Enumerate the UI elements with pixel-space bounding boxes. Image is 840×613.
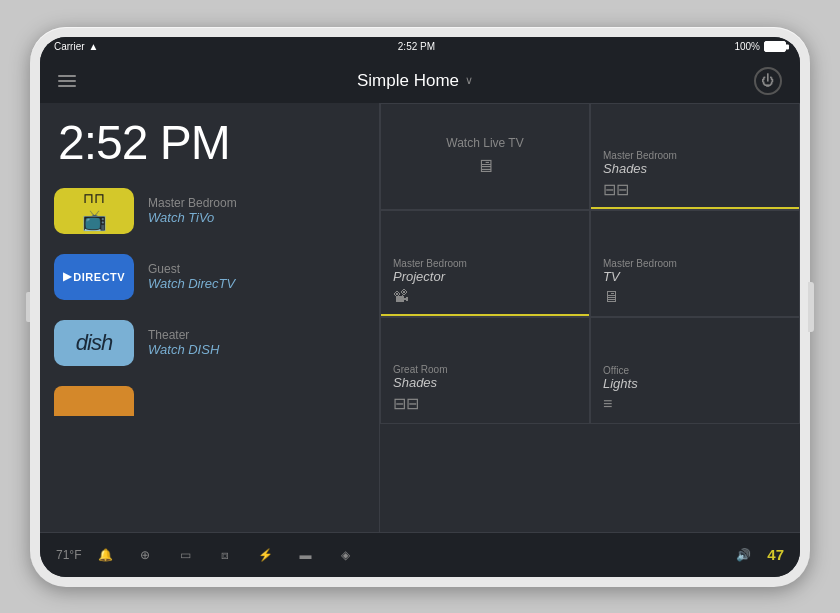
tivo-info: Master Bedroom Watch TiVo bbox=[148, 196, 237, 225]
scene-master-projector-icon: 📽 bbox=[393, 288, 577, 306]
scene-master-projector-name: Projector bbox=[393, 269, 577, 284]
scene-master-projector[interactable]: Master Bedroom Projector 📽 bbox=[380, 210, 590, 317]
carrier-label: Carrier bbox=[54, 41, 85, 52]
scene-office-lights-name: Lights bbox=[603, 376, 787, 391]
status-bar-left: Carrier ▲ bbox=[54, 41, 98, 52]
activity-item-tivo[interactable]: ⊓⊓ 📺 Master Bedroom Watch TiVo bbox=[40, 178, 379, 244]
scene-master-tv-room: Master Bedroom bbox=[603, 258, 787, 269]
activities-list: ⊓⊓ 📺 Master Bedroom Watch TiVo bbox=[40, 178, 379, 532]
bottom-bar: 71°F 🔔 ⊕ ▭ ⧈ ⚡ ▬ ◈ 🔊 47 bbox=[40, 532, 800, 577]
tivo-activity-name: Watch TiVo bbox=[148, 210, 237, 225]
directv-activity-name: Watch DirecTV bbox=[148, 276, 235, 291]
temperature-display: 71°F bbox=[56, 548, 81, 562]
battery-icon bbox=[764, 41, 786, 52]
hamburger-line-1 bbox=[58, 75, 76, 77]
scene-watch-live-tv[interactable]: Watch Live TV 🖥 bbox=[380, 103, 590, 210]
title-dropdown-icon: ∨ bbox=[465, 74, 473, 87]
bottom-blinds-icon[interactable]: ▬ bbox=[289, 541, 321, 569]
bottom-plug-icon[interactable]: ⚡ bbox=[249, 541, 281, 569]
dish-info: Theater Watch DISH bbox=[148, 328, 219, 357]
scene-master-tv-name: TV bbox=[603, 269, 787, 284]
projector-active-indicator bbox=[381, 314, 589, 316]
bottom-volume-icon[interactable]: 🔊 bbox=[727, 541, 759, 569]
scene-master-projector-room: Master Bedroom bbox=[393, 258, 577, 269]
volume-button-left[interactable] bbox=[26, 292, 30, 322]
header-title-wrap[interactable]: Simple Home ∨ bbox=[357, 71, 473, 91]
directv-text: ▶ DIRECTV bbox=[63, 270, 125, 283]
status-bar-right: 100% bbox=[734, 41, 786, 52]
bottom-door-icon[interactable]: ▭ bbox=[169, 541, 201, 569]
hamburger-menu-button[interactable] bbox=[58, 75, 76, 87]
hamburger-line-3 bbox=[58, 85, 76, 87]
bottom-fan-icon[interactable]: ⊕ bbox=[129, 541, 161, 569]
watch-live-tv-label: Watch Live TV bbox=[446, 136, 523, 150]
tivo-antenna: ⊓⊓ bbox=[83, 190, 105, 206]
scene-master-shades-room: Master Bedroom bbox=[603, 150, 787, 161]
app-title: Simple Home bbox=[357, 71, 459, 91]
directv-info: Guest Watch DirecTV bbox=[148, 262, 235, 291]
scene-master-tv[interactable]: Master Bedroom TV 🖥 bbox=[590, 210, 800, 317]
main-content: 2:52 PM ⊓⊓ 📺 Master Bedroom Watch TiV bbox=[40, 103, 800, 532]
activity-item-partial[interactable] bbox=[40, 376, 379, 426]
tablet-device: Carrier ▲ 2:52 PM 100% Simple Home ∨ ⏻ bbox=[30, 27, 810, 587]
hamburger-line-2 bbox=[58, 80, 76, 82]
scene-master-shades-name: Shades bbox=[603, 161, 787, 176]
wifi-icon: ▲ bbox=[89, 41, 99, 52]
bottom-bell-icon[interactable]: 🔔 bbox=[89, 541, 121, 569]
directv-logo: ▶ DIRECTV bbox=[54, 254, 134, 300]
power-icon: ⏻ bbox=[761, 73, 774, 88]
scene-great-room-shades[interactable]: Great Room Shades ⊟⊟ bbox=[380, 317, 590, 424]
bottom-shades-icon[interactable]: ⧈ bbox=[209, 541, 241, 569]
scene-master-tv-icon: 🖥 bbox=[603, 288, 787, 306]
partial-logo bbox=[54, 386, 134, 416]
tivo-logo: ⊓⊓ 📺 bbox=[54, 188, 134, 234]
status-bar: Carrier ▲ 2:52 PM 100% bbox=[40, 37, 800, 57]
dish-logo: dish bbox=[54, 320, 134, 366]
app-header: Simple Home ∨ ⏻ bbox=[40, 57, 800, 103]
power-button-right[interactable] bbox=[808, 282, 814, 332]
bottom-speaker-levels-icon[interactable]: ◈ bbox=[329, 541, 361, 569]
time-display: 2:52 PM bbox=[40, 103, 379, 178]
directv-label: DIRECTV bbox=[73, 271, 125, 283]
scene-office-lights-icon: ≡ bbox=[603, 395, 787, 413]
tablet-screen: Carrier ▲ 2:52 PM 100% Simple Home ∨ ⏻ bbox=[40, 37, 800, 577]
status-time: 2:52 PM bbox=[398, 41, 435, 52]
volume-level: 47 bbox=[767, 546, 784, 563]
tivo-body: 📺 bbox=[82, 208, 107, 232]
scene-active-indicator bbox=[591, 207, 799, 209]
left-panel: 2:52 PM ⊓⊓ 📺 Master Bedroom Watch TiV bbox=[40, 103, 380, 532]
scene-office-lights-room: Office bbox=[603, 365, 787, 376]
dish-activity-name: Watch DISH bbox=[148, 342, 219, 357]
scene-great-room-shades-room: Great Room bbox=[393, 364, 577, 375]
directv-room: Guest bbox=[148, 262, 235, 276]
activity-item-dish[interactable]: dish Theater Watch DISH bbox=[40, 310, 379, 376]
tivo-room: Master Bedroom bbox=[148, 196, 237, 210]
power-button[interactable]: ⏻ bbox=[754, 67, 782, 95]
battery-label: 100% bbox=[734, 41, 760, 52]
tivo-icon: ⊓⊓ 📺 bbox=[82, 190, 107, 232]
scene-great-room-shades-icon: ⊟⊟ bbox=[393, 394, 577, 413]
directv-bullet: ▶ bbox=[63, 270, 72, 283]
scene-office-lights[interactable]: Office Lights ≡ bbox=[590, 317, 800, 424]
scene-master-shades-icon: ⊟⊟ bbox=[603, 180, 787, 199]
scene-master-shades[interactable]: Master Bedroom Shades ⊟⊟ bbox=[590, 103, 800, 210]
watch-live-tv-icon: 🖥 bbox=[476, 156, 494, 177]
dish-room: Theater bbox=[148, 328, 219, 342]
dish-text: dish bbox=[76, 330, 112, 356]
activity-item-directv[interactable]: ▶ DIRECTV Guest Watch DirecTV bbox=[40, 244, 379, 310]
scene-great-room-shades-name: Shades bbox=[393, 375, 577, 390]
right-panel-scenes: Watch Live TV 🖥 Master Bedroom Shades ⊟⊟… bbox=[380, 103, 800, 532]
